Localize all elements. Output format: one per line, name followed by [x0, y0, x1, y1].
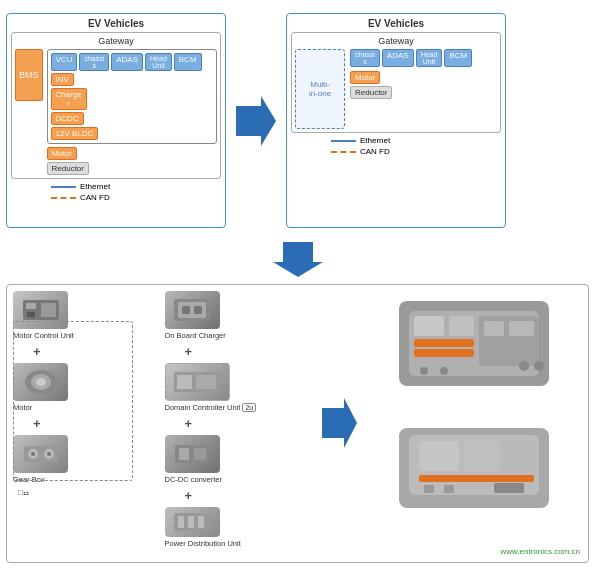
domain-controller-icon: [165, 363, 230, 401]
bcm-box: BCM: [174, 53, 202, 71]
top-boxes-left: VCU chassis ADAS HeadUnit BCM: [51, 53, 213, 71]
main-col: VCU chassis ADAS HeadUnit BCM INV Charge…: [47, 49, 217, 175]
bldc-box: 12V BLDC: [51, 127, 99, 140]
power-dist-label: Power Distribution Unit: [165, 539, 314, 548]
inv-box: INV: [51, 73, 74, 86]
bms-col: BMS: [15, 49, 43, 101]
watermark-text: www.entronics.com.cn: [500, 547, 580, 556]
plus-2: +: [33, 416, 162, 431]
svg-rect-22: [179, 448, 189, 460]
multi-in-one-label: Multi- in-one: [309, 80, 331, 99]
right-side-cols: chassis ADAS HeadUnit BCM Motor Reductor: [350, 49, 497, 99]
left-gateway-label: Gateway: [15, 36, 217, 46]
svg-rect-19: [177, 375, 192, 389]
right-gateway-label: Gateway: [295, 36, 497, 46]
right-inner: Multi- in-one chassis ADAS HeadUnit BCM …: [295, 49, 497, 129]
headunit-box-right: HeadUnit: [416, 49, 443, 67]
legend-right: Ethernet CAN FD: [291, 136, 501, 156]
left-gateway-area: Gateway BMS VCU chassis ADAS: [11, 32, 221, 179]
left-inner: BMS VCU chassis ADAS HeadUnit BCM: [15, 49, 217, 175]
canfd-label-left: CAN FD: [80, 193, 110, 202]
domain-controller-label: Domain Controller Unit 2u: [165, 403, 314, 412]
charger-label: On Board Charger: [165, 331, 314, 340]
svg-rect-36: [414, 339, 474, 347]
canfd-line-right: [331, 151, 356, 153]
arrow-right-bottom: [319, 291, 359, 557]
dcdc-box: DCDC: [51, 112, 84, 125]
gearbox-item: Gear Box: [13, 435, 162, 484]
dcdc-converter-item: DC-DC converter: [165, 435, 314, 484]
watermark: www.entronics.com.cn: [365, 546, 582, 556]
svg-rect-3: [26, 303, 36, 309]
svg-rect-34: [484, 321, 504, 336]
svg-rect-46: [504, 441, 534, 471]
chassis-box: chassis: [79, 53, 109, 71]
col2-items: On Board Charger + Domain Controller Uni…: [165, 291, 314, 548]
svg-rect-4: [41, 303, 56, 317]
plus-1: +: [33, 344, 162, 359]
bcm-box-right: BCM: [444, 49, 472, 67]
svg-rect-27: [198, 516, 204, 528]
right-gw-top: chassis ADAS HeadUnit BCM: [350, 49, 497, 67]
canfd-label-right: CAN FD: [360, 147, 390, 156]
svg-rect-32: [449, 316, 474, 336]
motor-box-left: Motor: [47, 147, 77, 160]
svg-rect-23: [194, 448, 206, 460]
adas-box-right: ADAS: [382, 49, 414, 67]
dim-label: □₁₂: [18, 488, 162, 497]
dcdc-converter-label: DC-DC converter: [165, 475, 314, 484]
charger-icon: [165, 291, 220, 329]
adas-box: ADAS: [111, 53, 143, 71]
svg-point-38: [420, 367, 428, 375]
headunit-box: HeadUnit: [145, 53, 172, 71]
domain-controller-item: Domain Controller Unit 2u: [165, 363, 314, 412]
right-title: EV Vehicles: [291, 18, 501, 29]
plus-3: +: [185, 344, 314, 359]
svg-rect-37: [414, 349, 474, 357]
svg-marker-28: [322, 398, 357, 448]
svg-point-13: [47, 452, 51, 456]
multi-in-one-box: Multi- in-one: [295, 49, 345, 129]
legend-ethernet-left: Ethernet: [51, 182, 221, 191]
svg-rect-16: [182, 306, 190, 314]
ethernet-label-left: Ethernet: [80, 182, 110, 191]
gearbox-label: Gear Box: [13, 475, 162, 484]
ethernet-line-right: [331, 140, 356, 142]
right-gateway-area: Gateway Multi- in-one chassis ADAS HeadU…: [291, 32, 501, 133]
svg-marker-1: [273, 242, 323, 277]
arrow-down: [6, 240, 589, 280]
mcu-icon: [13, 291, 68, 329]
legend-canfd-left: CAN FD: [51, 193, 221, 202]
mcu-label: Motor Control Unit: [13, 331, 162, 340]
power-dist-item: Power Distribution Unit: [165, 507, 314, 548]
svg-rect-49: [444, 485, 454, 493]
right-diagram: EV Vehicles Gateway Multi- in-one chassi…: [286, 13, 506, 228]
svg-marker-0: [236, 96, 276, 146]
charger-box: Charger: [51, 88, 87, 110]
svg-rect-45: [464, 441, 499, 471]
svg-rect-26: [188, 516, 194, 528]
engine-image-1: [394, 291, 554, 396]
legend-ethernet-right: Ethernet: [331, 136, 501, 145]
left-comp-stack: INV Charger DCDC 12V BLDC: [51, 73, 213, 140]
svg-rect-20: [196, 375, 216, 389]
top-row: EV Vehicles Gateway BMS VCU chassi: [6, 6, 589, 236]
legend-left: Ethernet CAN FD: [11, 182, 221, 202]
ethernet-label-right: Ethernet: [360, 136, 390, 145]
svg-rect-50: [494, 483, 524, 493]
power-dist-icon: [165, 507, 220, 537]
svg-rect-48: [424, 485, 434, 493]
motor-icon: [13, 363, 68, 401]
motor-label: Motor: [13, 403, 162, 412]
svg-rect-17: [194, 306, 202, 314]
motor-box-right: Motor: [350, 71, 380, 84]
svg-point-8: [36, 378, 46, 386]
svg-rect-35: [509, 321, 534, 336]
svg-rect-31: [414, 316, 444, 336]
reductor-box-left: Reductor: [47, 162, 89, 175]
plus-5: +: [185, 488, 314, 503]
left-title: EV Vehicles: [11, 18, 221, 29]
svg-rect-47: [419, 475, 534, 482]
engine-image-2: [394, 423, 554, 518]
legend-canfd-right: CAN FD: [331, 147, 501, 156]
